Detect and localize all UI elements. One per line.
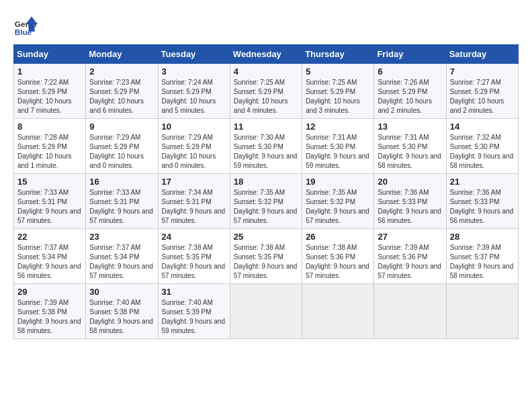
calendar-cell: 21Sunrise: 7:36 AMSunset: 5:33 PMDayligh… — [446, 174, 518, 229]
day-header-thursday: Thursday — [302, 45, 374, 64]
day-number: 12 — [306, 122, 370, 132]
day-detail: Sunrise: 7:33 AMSunset: 5:31 PMDaylight:… — [17, 188, 82, 226]
calendar-cell — [446, 284, 518, 339]
day-number: 9 — [89, 122, 154, 132]
day-number: 14 — [450, 122, 515, 132]
calendar-cell: 29Sunrise: 7:39 AMSunset: 5:38 PMDayligh… — [14, 284, 86, 339]
day-detail: Sunrise: 7:22 AMSunset: 5:29 PMDaylight:… — [17, 78, 82, 116]
day-header-wednesday: Wednesday — [230, 45, 302, 64]
day-number: 25 — [234, 232, 298, 242]
day-detail: Sunrise: 7:25 AMSunset: 5:29 PMDaylight:… — [306, 78, 370, 116]
day-detail: Sunrise: 7:26 AMSunset: 5:29 PMDaylight:… — [378, 78, 442, 116]
day-number: 7 — [450, 66, 515, 77]
day-number: 28 — [450, 232, 515, 242]
day-detail: Sunrise: 7:23 AMSunset: 5:29 PMDaylight:… — [89, 78, 154, 116]
calendar-cell: 1Sunrise: 7:22 AMSunset: 5:29 PMDaylight… — [14, 64, 86, 119]
calendar-cell: 23Sunrise: 7:37 AMSunset: 5:34 PMDayligh… — [86, 229, 158, 284]
logo-icon: General Blue — [13, 13, 38, 38]
day-number: 22 — [17, 232, 82, 242]
day-detail: Sunrise: 7:33 AMSunset: 5:31 PMDaylight:… — [89, 188, 154, 226]
calendar-cell: 9Sunrise: 7:29 AMSunset: 5:29 PMDaylight… — [86, 119, 158, 174]
day-number: 1 — [17, 66, 82, 77]
calendar-week-row: 8Sunrise: 7:28 AMSunset: 5:29 PMDaylight… — [14, 119, 519, 174]
logo: General Blue — [13, 13, 42, 38]
calendar-week-row: 1Sunrise: 7:22 AMSunset: 5:29 PMDaylight… — [14, 64, 519, 119]
page-header: General Blue — [13, 13, 519, 38]
day-number: 30 — [89, 287, 154, 297]
day-detail: Sunrise: 7:40 AMSunset: 5:39 PMDaylight:… — [162, 298, 226, 336]
day-header-sunday: Sunday — [14, 45, 86, 64]
day-detail: Sunrise: 7:38 AMSunset: 5:36 PMDaylight:… — [306, 243, 370, 281]
calendar-cell: 30Sunrise: 7:40 AMSunset: 5:38 PMDayligh… — [86, 284, 158, 339]
day-number: 29 — [17, 287, 82, 297]
day-number: 27 — [378, 232, 442, 242]
day-detail: Sunrise: 7:27 AMSunset: 5:29 PMDaylight:… — [450, 78, 515, 116]
calendar-cell — [374, 284, 446, 339]
day-detail: Sunrise: 7:31 AMSunset: 5:30 PMDaylight:… — [378, 133, 442, 171]
day-number: 17 — [162, 177, 226, 187]
calendar-cell: 16Sunrise: 7:33 AMSunset: 5:31 PMDayligh… — [86, 174, 158, 229]
day-detail: Sunrise: 7:40 AMSunset: 5:38 PMDaylight:… — [89, 298, 154, 336]
calendar-cell: 14Sunrise: 7:32 AMSunset: 5:30 PMDayligh… — [446, 119, 518, 174]
calendar-cell: 24Sunrise: 7:38 AMSunset: 5:35 PMDayligh… — [158, 229, 230, 284]
calendar-cell: 28Sunrise: 7:39 AMSunset: 5:37 PMDayligh… — [446, 229, 518, 284]
day-detail: Sunrise: 7:29 AMSunset: 5:29 PMDaylight:… — [89, 133, 154, 171]
day-detail: Sunrise: 7:38 AMSunset: 5:35 PMDaylight:… — [162, 243, 226, 281]
day-number: 13 — [378, 122, 442, 132]
day-detail: Sunrise: 7:38 AMSunset: 5:35 PMDaylight:… — [234, 243, 298, 281]
day-number: 5 — [306, 66, 370, 77]
day-number: 15 — [17, 177, 82, 187]
day-number: 18 — [234, 177, 298, 187]
calendar-week-row: 15Sunrise: 7:33 AMSunset: 5:31 PMDayligh… — [14, 174, 519, 229]
day-number: 23 — [89, 232, 154, 242]
day-detail: Sunrise: 7:39 AMSunset: 5:38 PMDaylight:… — [17, 298, 82, 336]
calendar-cell: 6Sunrise: 7:26 AMSunset: 5:29 PMDaylight… — [374, 64, 446, 119]
calendar-cell: 8Sunrise: 7:28 AMSunset: 5:29 PMDaylight… — [14, 119, 86, 174]
day-detail: Sunrise: 7:37 AMSunset: 5:34 PMDaylight:… — [17, 243, 82, 281]
day-detail: Sunrise: 7:34 AMSunset: 5:31 PMDaylight:… — [162, 188, 226, 226]
calendar-week-row: 29Sunrise: 7:39 AMSunset: 5:38 PMDayligh… — [14, 284, 519, 339]
day-number: 24 — [162, 232, 226, 242]
day-detail: Sunrise: 7:32 AMSunset: 5:30 PMDaylight:… — [450, 133, 515, 171]
calendar-cell: 11Sunrise: 7:30 AMSunset: 5:30 PMDayligh… — [230, 119, 302, 174]
calendar-header-row: SundayMondayTuesdayWednesdayThursdayFrid… — [14, 45, 519, 64]
calendar-cell: 15Sunrise: 7:33 AMSunset: 5:31 PMDayligh… — [14, 174, 86, 229]
day-number: 10 — [162, 122, 226, 132]
day-header-monday: Monday — [86, 45, 158, 64]
day-number: 3 — [162, 66, 226, 77]
day-header-friday: Friday — [374, 45, 446, 64]
day-number: 16 — [89, 177, 154, 187]
day-detail: Sunrise: 7:39 AMSunset: 5:37 PMDaylight:… — [450, 243, 515, 281]
day-detail: Sunrise: 7:24 AMSunset: 5:29 PMDaylight:… — [162, 78, 226, 116]
calendar-cell: 17Sunrise: 7:34 AMSunset: 5:31 PMDayligh… — [158, 174, 230, 229]
calendar-cell: 27Sunrise: 7:39 AMSunset: 5:36 PMDayligh… — [374, 229, 446, 284]
day-detail: Sunrise: 7:36 AMSunset: 5:33 PMDaylight:… — [450, 188, 515, 226]
day-detail: Sunrise: 7:25 AMSunset: 5:29 PMDaylight:… — [234, 78, 298, 116]
calendar-cell: 31Sunrise: 7:40 AMSunset: 5:39 PMDayligh… — [158, 284, 230, 339]
calendar-cell: 3Sunrise: 7:24 AMSunset: 5:29 PMDaylight… — [158, 64, 230, 119]
day-detail: Sunrise: 7:37 AMSunset: 5:34 PMDaylight:… — [89, 243, 154, 281]
day-detail: Sunrise: 7:28 AMSunset: 5:29 PMDaylight:… — [17, 133, 82, 171]
day-detail: Sunrise: 7:35 AMSunset: 5:32 PMDaylight:… — [234, 188, 298, 226]
day-detail: Sunrise: 7:36 AMSunset: 5:33 PMDaylight:… — [378, 188, 442, 226]
day-number: 26 — [306, 232, 370, 242]
day-header-saturday: Saturday — [446, 45, 518, 64]
calendar-table: SundayMondayTuesdayWednesdayThursdayFrid… — [13, 44, 519, 339]
day-detail: Sunrise: 7:39 AMSunset: 5:36 PMDaylight:… — [378, 243, 442, 281]
day-number: 4 — [234, 66, 298, 77]
day-number: 20 — [378, 177, 442, 187]
day-number: 31 — [162, 287, 226, 297]
calendar-cell: 20Sunrise: 7:36 AMSunset: 5:33 PMDayligh… — [374, 174, 446, 229]
calendar-cell: 18Sunrise: 7:35 AMSunset: 5:32 PMDayligh… — [230, 174, 302, 229]
day-detail: Sunrise: 7:29 AMSunset: 5:29 PMDaylight:… — [162, 133, 226, 171]
day-number: 19 — [306, 177, 370, 187]
day-number: 2 — [89, 66, 154, 77]
calendar-cell: 26Sunrise: 7:38 AMSunset: 5:36 PMDayligh… — [302, 229, 374, 284]
day-detail: Sunrise: 7:31 AMSunset: 5:30 PMDaylight:… — [306, 133, 370, 171]
calendar-cell: 19Sunrise: 7:35 AMSunset: 5:32 PMDayligh… — [302, 174, 374, 229]
day-number: 11 — [234, 122, 298, 132]
day-detail: Sunrise: 7:35 AMSunset: 5:32 PMDaylight:… — [306, 188, 370, 226]
calendar-cell: 13Sunrise: 7:31 AMSunset: 5:30 PMDayligh… — [374, 119, 446, 174]
calendar-week-row: 22Sunrise: 7:37 AMSunset: 5:34 PMDayligh… — [14, 229, 519, 284]
calendar-cell: 25Sunrise: 7:38 AMSunset: 5:35 PMDayligh… — [230, 229, 302, 284]
